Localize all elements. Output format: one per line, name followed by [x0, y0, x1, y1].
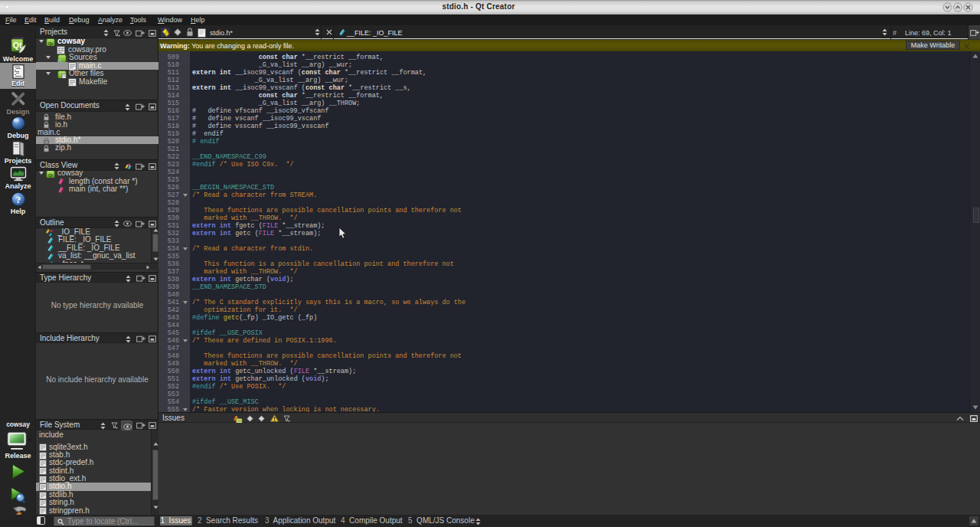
svg-text:Qt: Qt	[48, 41, 54, 45]
svg-text:?: ?	[15, 194, 21, 205]
svg-text:Qt: Qt	[12, 41, 22, 50]
svg-text:Qt: Qt	[48, 172, 54, 177]
